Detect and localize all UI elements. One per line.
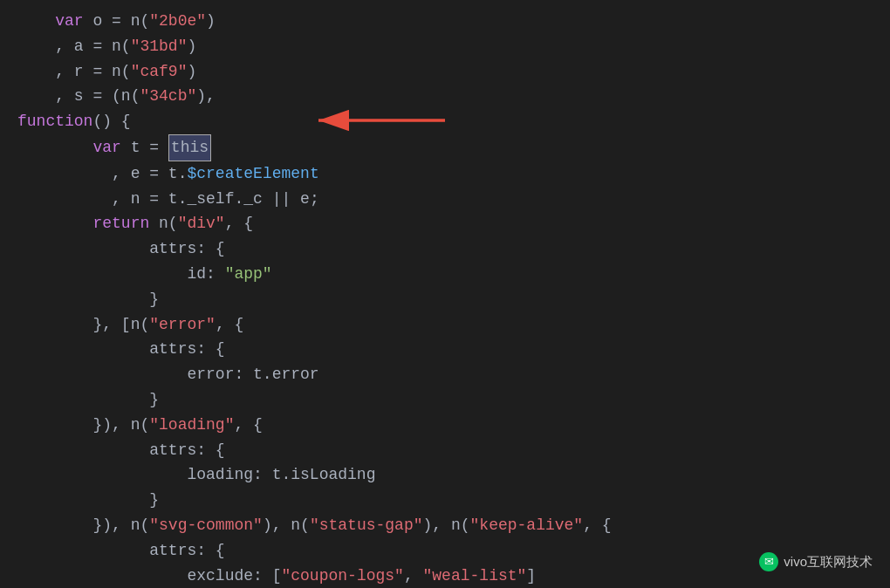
code-token: "31bd" [131, 34, 188, 59]
code-token: ._c [234, 187, 271, 212]
code-line: }), n("svg-common"), n("status-gap"), n(… [17, 513, 873, 538]
code-line: } [17, 287, 873, 312]
code-token: attrs: { [149, 236, 224, 262]
code-token: = [92, 59, 112, 85]
code-token: = [149, 135, 168, 161]
code-line: }, [n("error", { [17, 312, 873, 338]
code-token: , [55, 34, 74, 59]
code-token: n [131, 187, 150, 212]
code-token: "keep-alive" [470, 513, 584, 538]
code-token: attrs: { [149, 538, 224, 564]
wechat-icon: ✉ [759, 552, 778, 571]
code-token: n( [131, 413, 150, 438]
code-token: , { [225, 211, 253, 236]
code-token: t [131, 135, 150, 161]
code-line: } [17, 387, 873, 413]
code-token: () { [92, 109, 130, 134]
code-token: ] [526, 564, 536, 588]
code-token: , [55, 84, 74, 109]
code-token: } [149, 287, 159, 312]
code-block: var o = n("2b0e") , a = n("31bd") , r = … [0, 0, 890, 588]
code-token: this [168, 134, 211, 161]
watermark-text: vivo互联网技术 [784, 551, 873, 572]
code-line: error: t.error [17, 362, 873, 387]
code-token: }), [92, 513, 130, 538]
code-token: function [17, 109, 92, 134]
code-token: o [92, 9, 112, 34]
code-token: ) [187, 59, 196, 85]
code-token: ), [196, 84, 216, 109]
code-token: e [131, 161, 150, 187]
code-token: } [149, 387, 159, 413]
code-token: "caf9" [131, 59, 188, 85]
code-token: attrs: { [149, 438, 224, 463]
code-line: var t = this [17, 134, 873, 161]
code-line: function() { [17, 109, 873, 134]
code-token: t. [168, 161, 188, 187]
code-token: n( [112, 59, 131, 85]
code-token: ), [423, 513, 451, 538]
code-token: return [92, 211, 159, 236]
code-token: , { [583, 513, 611, 538]
code-token: a [74, 34, 93, 59]
code-token: = [149, 187, 168, 212]
code-token: ) [187, 34, 196, 59]
code-token: , [404, 564, 423, 588]
code-token: "2b0e" [149, 9, 206, 34]
code-token: "coupon-logs" [281, 564, 403, 588]
code-token: || [272, 187, 300, 212]
code-token: n( [451, 513, 470, 538]
code-token: exclude: [ [187, 564, 281, 588]
code-token: n( [291, 513, 310, 538]
code-token: t.error [253, 362, 319, 387]
code-token: n( [159, 211, 178, 236]
code-line: exclude: ["coupon-logs", "weal-list"] [17, 564, 873, 588]
code-token: error: [187, 362, 253, 387]
code-line: var o = n("2b0e") [17, 9, 873, 34]
code-token: r [74, 59, 93, 85]
code-token: } [149, 488, 159, 513]
code-token: "loading" [149, 413, 234, 438]
code-token: n( [121, 84, 140, 109]
code-token: , [55, 59, 74, 85]
code-token: var [55, 9, 92, 34]
code-token: = [149, 161, 168, 187]
code-line: attrs: { [17, 538, 873, 564]
code-token: t.isLoading [272, 462, 376, 488]
code-line: return n("div", { [17, 211, 873, 236]
code-token: t. [168, 187, 188, 212]
code-token: }), [92, 413, 130, 438]
code-line: , r = n("caf9") [17, 59, 873, 85]
code-token: id: [187, 262, 224, 287]
code-token: }, [ [92, 312, 130, 338]
code-line: , a = n("31bd") [17, 34, 873, 59]
code-line: id: "app" [17, 262, 873, 287]
code-token: n( [131, 513, 150, 538]
code-line: attrs: { [17, 438, 873, 463]
watermark: ✉ vivo互联网技术 [759, 551, 873, 572]
code-token: = [112, 9, 131, 34]
code-token: "34cb" [140, 84, 196, 109]
code-token: "app" [225, 262, 272, 287]
code-token: $createElement [187, 161, 318, 187]
code-line: , e = t.$createElement [17, 161, 873, 187]
code-token: ), [263, 513, 291, 538]
code-token: s [74, 84, 93, 109]
code-token: "div" [178, 211, 225, 236]
code-line: attrs: { [17, 337, 873, 362]
code-token: n( [131, 9, 150, 34]
code-token: "error" [149, 312, 216, 338]
code-token: = [92, 34, 112, 59]
code-token: var [92, 135, 130, 161]
code-line: , n = t._self._c || e; [17, 187, 873, 212]
code-line: } [17, 488, 873, 513]
code-token: n( [131, 312, 150, 338]
code-token: loading: [187, 462, 271, 488]
code-token: attrs: { [149, 337, 224, 362]
code-token: = ( [92, 84, 120, 109]
code-token: "status-gap" [310, 513, 423, 538]
code-line: attrs: { [17, 236, 873, 262]
code-token: , { [234, 413, 262, 438]
code-token: ) [206, 9, 216, 34]
code-line: , s = (n("34cb"), [17, 84, 873, 109]
